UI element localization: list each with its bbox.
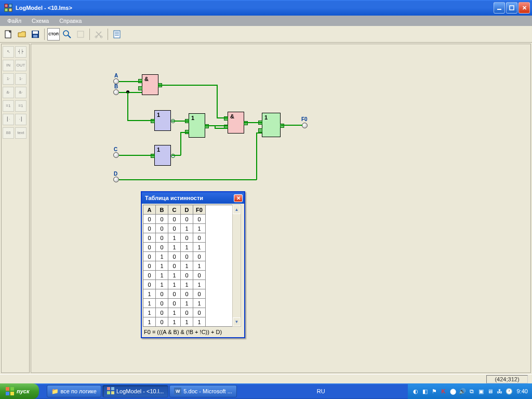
toolbar: СТОП — [0, 26, 532, 43]
svg-rect-2 — [5, 8, 8, 11]
svg-rect-9 — [33, 35, 37, 37]
menu-file[interactable]: Файл — [3, 17, 25, 24]
svg-rect-24 — [111, 387, 114, 390]
svg-rect-22 — [10, 392, 14, 395]
port-f0[interactable] — [302, 123, 308, 128]
svg-rect-19 — [6, 387, 9, 391]
dialog-close-button[interactable]: ✕ — [234, 194, 243, 202]
cut-button[interactable] — [92, 28, 105, 41]
svg-rect-21 — [6, 392, 9, 395]
menu-help[interactable]: Справка — [55, 17, 86, 24]
tray-icon[interactable]: 🖥 — [487, 388, 494, 395]
new-button[interactable] — [2, 28, 15, 41]
label-a: A — [114, 73, 118, 78]
dialog-titlebar[interactable]: Таблица истинности ✕ — [142, 192, 244, 204]
edit-button[interactable] — [74, 28, 87, 41]
minimize-button[interactable] — [494, 2, 505, 14]
svg-rect-3 — [9, 8, 12, 11]
window-title: LogModel - <10.lms> — [15, 5, 494, 11]
tt-header: B — [156, 205, 168, 215]
formula: F0 = (((A & B) & (!B + !C)) + D) — [143, 327, 243, 336]
tt-header: A — [143, 205, 156, 215]
language-indicator[interactable]: RU — [315, 388, 327, 394]
tt-header: F0 — [193, 205, 206, 215]
table-row: 01011 — [143, 261, 206, 271]
table-row: 00111 — [143, 243, 206, 252]
gate-not-b[interactable]: 1 — [154, 110, 171, 131]
tool-mux1[interactable]: ┃· — [3, 114, 14, 125]
task-logmodel[interactable]: LogModel - <10.l... — [102, 385, 168, 397]
tool-text[interactable]: text — [15, 127, 26, 139]
tray-icon[interactable]: K — [440, 388, 447, 395]
tt-header: C — [168, 205, 181, 215]
table-row: 10000 — [143, 289, 206, 299]
workarea: ↖┥┝ INOUT 1·1· &·&· ≡1≡1 ┃··┃ 88text A B… — [0, 43, 532, 374]
truth-table-dialog[interactable]: Таблица истинности ✕ ABCDF0 000000001100… — [141, 191, 245, 338]
port-c[interactable] — [113, 152, 119, 158]
svg-rect-25 — [107, 391, 110, 394]
tray-icon[interactable]: ◧ — [421, 388, 429, 395]
start-button[interactable]: пуск — [0, 383, 39, 399]
clock[interactable]: 9:40 — [517, 388, 528, 394]
svg-point-10 — [63, 31, 69, 36]
maximize-button[interactable] — [506, 2, 517, 14]
tray-icon[interactable]: ▣ — [477, 388, 485, 395]
tool-wire[interactable]: ┥┝ — [15, 46, 26, 58]
tray-icon[interactable]: 🖧 — [496, 388, 503, 395]
scroll-down-icon[interactable]: ▼ — [233, 317, 241, 326]
gate-and-2[interactable]: & — [228, 112, 244, 134]
port-d[interactable] — [113, 177, 119, 182]
save-button[interactable] — [29, 28, 42, 41]
label-f0: F0 — [301, 116, 308, 122]
word-icon: W — [174, 388, 181, 395]
label-b: B — [114, 84, 118, 89]
menu-scheme[interactable]: Схема — [28, 17, 53, 24]
tray-icon[interactable]: ⧉ — [468, 388, 475, 395]
port-b[interactable] — [113, 89, 119, 95]
tool-palette: ↖┥┝ INOUT 1·1· &·&· ≡1≡1 ┃··┃ 88text — [1, 44, 30, 373]
tool-and1[interactable]: &· — [3, 87, 14, 98]
system-tray: ◐ ◧ ⚑ K ⬤ 🔊 ⧉ ▣ 🖥 🖧 🕐 9:40 — [408, 383, 532, 399]
close-button[interactable]: ✕ — [518, 2, 530, 14]
svg-rect-15 — [114, 31, 120, 38]
list-button[interactable] — [111, 28, 123, 41]
tool-mux2[interactable]: ·┃ — [15, 114, 26, 125]
tray-icon[interactable]: ◐ — [412, 388, 419, 395]
tool-eq2[interactable]: ≡1 — [15, 100, 26, 112]
dialog-title: Таблица истинности — [145, 195, 203, 201]
tray-icon[interactable]: ⬤ — [449, 388, 457, 395]
zoom-button[interactable] — [61, 28, 73, 41]
tool-pointer[interactable]: ↖ — [3, 46, 14, 58]
task-word[interactable]: W 5.doc - Microsoft ... — [169, 385, 237, 397]
statusbar: (424;312) — [0, 374, 532, 383]
tool-buf1[interactable]: 1· — [3, 73, 14, 85]
taskbar: пуск 📁все по логике LogModel - <10.l... … — [0, 383, 532, 399]
tray-icon[interactable]: ⚑ — [431, 388, 438, 395]
scroll-up-icon[interactable]: ▲ — [233, 205, 241, 214]
tray-icon[interactable]: 🕐 — [506, 388, 513, 395]
canvas[interactable]: A B C D F0 & 1 1 1 & — [31, 44, 531, 373]
tool-in[interactable]: IN — [3, 60, 14, 71]
gate-or-2[interactable]: 1 — [262, 113, 281, 137]
stop-button[interactable]: СТОП — [47, 28, 60, 41]
tool-buf2[interactable]: 1· — [15, 73, 26, 85]
open-button[interactable] — [16, 28, 28, 41]
truth-table: ABCDF0 000000001100100001110100001011011… — [143, 205, 206, 327]
tray-icon[interactable]: 🔊 — [459, 388, 466, 395]
gate-not-c[interactable]: 1 — [154, 145, 171, 166]
scrollbar[interactable]: ▲ ▼ — [232, 205, 241, 327]
tool-out[interactable]: OUT — [15, 60, 26, 71]
gate-and-1[interactable]: & — [142, 74, 158, 95]
table-row: 00011 — [143, 224, 206, 233]
tool-eq1[interactable]: ≡1 — [3, 100, 14, 112]
gate-or-1[interactable]: 1 — [189, 113, 205, 138]
table-row: 01100 — [143, 271, 206, 280]
svg-rect-5 — [510, 6, 514, 10]
svg-rect-8 — [33, 31, 38, 34]
task-folder[interactable]: 📁все по логике — [47, 385, 101, 397]
tool-seg[interactable]: 88 — [3, 127, 14, 139]
tool-and2[interactable]: &· — [15, 87, 26, 98]
svg-rect-12 — [77, 31, 84, 37]
status-coord: (424;312) — [486, 375, 528, 383]
table-row: 01000 — [143, 252, 206, 261]
